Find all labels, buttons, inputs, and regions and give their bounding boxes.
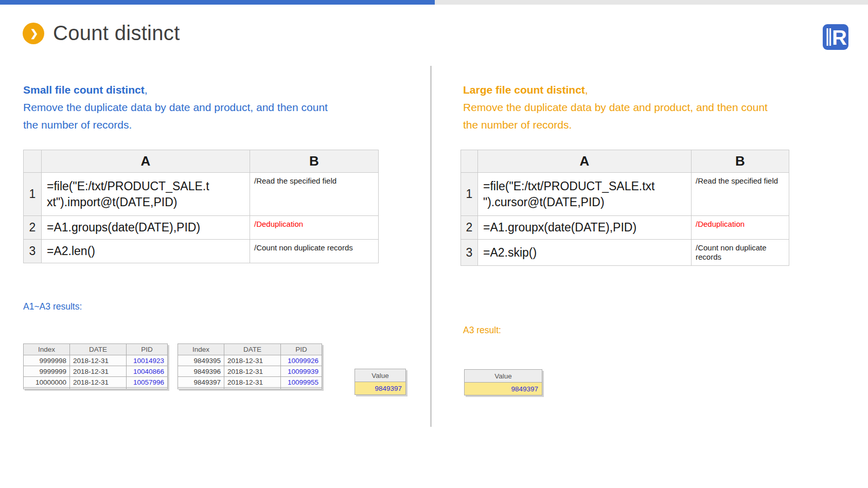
code-cell-a1: =file("E:/txt/PRODUCT_SALE.txt ").cursor… — [478, 173, 692, 216]
right-description-line2: the number of records. — [463, 119, 572, 131]
table-row: 9849395 2018-12-31 10099926 — [178, 355, 322, 366]
chevron-right-icon: ❯ — [23, 23, 44, 44]
column-b-header: B — [692, 150, 789, 173]
value-cell: 9849397 — [355, 382, 406, 395]
date-header: DATE — [70, 344, 127, 355]
code-cell-a2: =A1.groups(date(DATE),PID) — [42, 216, 250, 240]
left-code-table: A B 1 =file("E:/txt/PRODUCT_SALE.t xt").… — [23, 150, 379, 263]
date-header: DATE — [224, 344, 281, 355]
column-a-header: A — [478, 150, 692, 173]
left-heading-bold: Small file count distinct — [23, 84, 145, 96]
left-description-line1: Remove the duplicate data by date and pr… — [23, 101, 328, 113]
result-header-row: Index DATE PID — [178, 344, 322, 355]
index-cell: 9849395 — [178, 355, 224, 366]
date-cell: 2018-12-31 — [224, 355, 281, 366]
left-code-row-1: 1 =file("E:/txt/PRODUCT_SALE.t xt").impo… — [24, 173, 379, 216]
value-header: Value — [465, 370, 542, 383]
comment-cell-b3: /Count non duplicate records — [692, 240, 789, 266]
pid-cell: 10057996 — [127, 377, 168, 388]
vertical-panel-divider — [430, 66, 432, 427]
corner-cell — [461, 150, 478, 173]
row-number: 2 — [461, 216, 478, 240]
right-code-header-row: A B — [461, 150, 789, 173]
code-cell-a3: =A2.skip() — [478, 240, 692, 266]
column-a-header: A — [42, 150, 250, 173]
date-cell: 2018-12-31 — [70, 355, 127, 366]
left-results-label: A1~A3 results: — [23, 301, 82, 312]
right-value-table: Value 9849397 — [464, 369, 542, 395]
page-title: Count distinct — [53, 22, 180, 45]
corner-cell — [24, 150, 42, 173]
value-header: Value — [355, 369, 406, 382]
left-code-row-2: 2 =A1.groups(date(DATE),PID) /Deduplicat… — [24, 216, 379, 240]
top-accent-bar-blue — [0, 0, 435, 5]
pid-cell: 10099955 — [281, 377, 322, 388]
index-header: Index — [24, 344, 70, 355]
index-cell: 9999998 — [24, 355, 70, 366]
result-header-row: Index DATE PID — [24, 344, 168, 355]
table-row: 9999998 2018-12-31 10014923 — [24, 355, 168, 366]
comment-cell-b1: /Read the specified field — [250, 173, 379, 216]
pid-header: PID — [281, 344, 322, 355]
row-number: 1 — [24, 173, 42, 216]
left-panel-heading: Small file count distinct, Remove the du… — [23, 81, 404, 134]
right-panel-heading: Large file count distinct, Remove the du… — [463, 81, 844, 134]
pid-cell: 10014923 — [127, 355, 168, 366]
comment-cell-b2: /Deduplication — [692, 216, 789, 240]
table-row: 9849396 2018-12-31 10099939 — [178, 366, 322, 377]
left-result-table-1: Index DATE PID 9999998 2018-12-31 100149… — [23, 344, 168, 389]
index-cell: 9999999 — [24, 366, 70, 377]
clipped-row — [178, 388, 322, 389]
code-cell-a1: =file("E:/txt/PRODUCT_SALE.t xt").import… — [42, 173, 250, 216]
svg-text:R: R — [832, 26, 847, 49]
comment-cell-b2: /Deduplication — [250, 216, 379, 240]
value-cell: 9849397 — [465, 383, 542, 395]
left-code-row-3: 3 =A2.len() /Count non duplicate records — [24, 240, 379, 263]
index-cell: 9849397 — [178, 377, 224, 388]
right-results-label: A3 result: — [463, 325, 501, 336]
right-heading-comma: , — [585, 84, 588, 96]
date-cell: 2018-12-31 — [70, 377, 127, 388]
table-row: 10000000 2018-12-31 10057996 — [24, 377, 168, 388]
clipped-row — [24, 388, 168, 389]
left-heading-comma: , — [145, 84, 148, 96]
right-heading-bold: Large file count distinct — [463, 84, 585, 96]
right-description-line1: Remove the duplicate data by date and pr… — [463, 101, 768, 113]
right-code-row-3: 3 =A2.skip() /Count non duplicate record… — [461, 240, 789, 266]
code-cell-a3: =A2.len() — [42, 240, 250, 263]
left-value-table: Value 9849397 — [355, 369, 406, 395]
row-number: 3 — [461, 240, 478, 266]
row-number: 2 — [24, 216, 42, 240]
raqsoft-r-logo: R — [822, 24, 849, 52]
pid-cell: 10040866 — [127, 366, 168, 377]
row-number: 3 — [24, 240, 42, 263]
left-result-table-2: Index DATE PID 9849395 2018-12-31 100999… — [178, 344, 322, 389]
left-code-header-row: A B — [24, 150, 379, 173]
date-cell: 2018-12-31 — [70, 366, 127, 377]
left-description-line2: the number of records. — [23, 119, 132, 131]
pid-header: PID — [127, 344, 168, 355]
right-code-table: A B 1 =file("E:/txt/PRODUCT_SALE.txt ").… — [460, 150, 789, 266]
pid-cell: 10099939 — [281, 366, 322, 377]
column-b-header: B — [250, 150, 379, 173]
comment-cell-b3: /Count non duplicate records — [250, 240, 379, 263]
table-row: 9999999 2018-12-31 10040866 — [24, 366, 168, 377]
row-number: 1 — [461, 173, 478, 216]
pid-cell: 10099926 — [281, 355, 322, 366]
right-code-row-2: 2 =A1.groupx(date(DATE),PID) /Deduplicat… — [461, 216, 789, 240]
page-header: ❯ Count distinct — [23, 22, 180, 45]
index-cell: 10000000 — [24, 377, 70, 388]
index-header: Index — [178, 344, 224, 355]
comment-cell-b1: /Read the specified field — [692, 173, 789, 216]
index-cell: 9849396 — [178, 366, 224, 377]
date-cell: 2018-12-31 — [224, 366, 281, 377]
table-row: 9849397 2018-12-31 10099955 — [178, 377, 322, 388]
right-code-row-1: 1 =file("E:/txt/PRODUCT_SALE.txt ").curs… — [461, 173, 789, 216]
date-cell: 2018-12-31 — [224, 377, 281, 388]
top-accent-bar-gray — [435, 0, 868, 5]
code-cell-a2: =A1.groupx(date(DATE),PID) — [478, 216, 692, 240]
